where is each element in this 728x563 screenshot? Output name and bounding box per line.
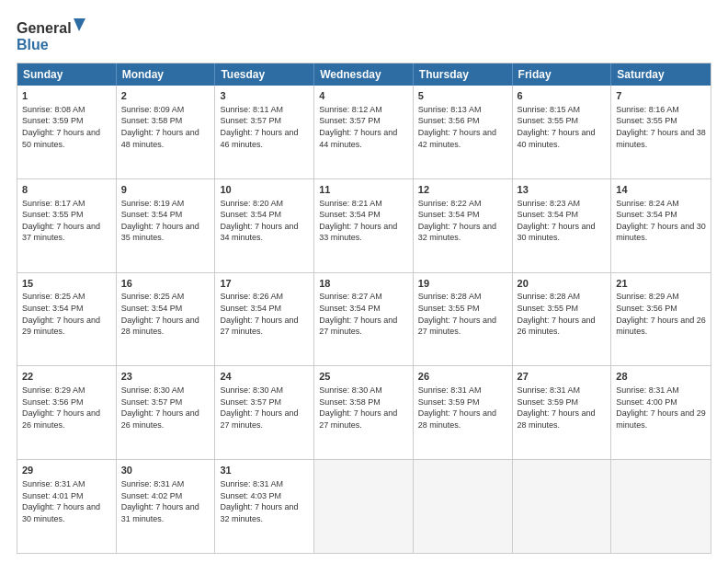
day-info: Sunrise: 8:11 AM Sunset: 3:57 PM Dayligh… bbox=[220, 104, 309, 150]
day-number: 16 bbox=[121, 277, 210, 291]
calendar-cell: 3Sunrise: 8:11 AM Sunset: 3:57 PM Daylig… bbox=[215, 86, 314, 178]
day-info: Sunrise: 8:31 AM Sunset: 4:02 PM Dayligh… bbox=[121, 478, 210, 524]
day-info: Sunrise: 8:27 AM Sunset: 3:54 PM Dayligh… bbox=[319, 291, 408, 337]
weekday-header: Sunday bbox=[17, 63, 117, 86]
weekday-header: Saturday bbox=[611, 63, 711, 86]
day-info: Sunrise: 8:21 AM Sunset: 3:54 PM Dayligh… bbox=[319, 198, 408, 244]
calendar-cell: 20Sunrise: 8:28 AM Sunset: 3:55 PM Dayli… bbox=[513, 273, 612, 366]
day-info: Sunrise: 8:30 AM Sunset: 3:57 PM Dayligh… bbox=[121, 385, 210, 431]
day-info: Sunrise: 8:28 AM Sunset: 3:55 PM Dayligh… bbox=[418, 291, 507, 337]
day-info: Sunrise: 8:31 AM Sunset: 4:03 PM Dayligh… bbox=[220, 478, 309, 524]
calendar-cell: 4Sunrise: 8:12 AM Sunset: 3:57 PM Daylig… bbox=[314, 86, 414, 178]
day-info: Sunrise: 8:30 AM Sunset: 3:58 PM Dayligh… bbox=[319, 385, 408, 431]
day-number: 8 bbox=[22, 183, 111, 197]
day-info: Sunrise: 8:16 AM Sunset: 3:55 PM Dayligh… bbox=[616, 104, 706, 150]
day-info: Sunrise: 8:23 AM Sunset: 3:54 PM Dayligh… bbox=[518, 198, 607, 244]
calendar-row: 29Sunrise: 8:31 AM Sunset: 4:01 PM Dayli… bbox=[17, 460, 711, 553]
day-info: Sunrise: 8:09 AM Sunset: 3:58 PM Dayligh… bbox=[121, 104, 210, 150]
day-number: 22 bbox=[22, 370, 111, 384]
page-header: GeneralBlue bbox=[17, 17, 711, 53]
day-number: 12 bbox=[418, 183, 507, 197]
day-number: 10 bbox=[220, 183, 309, 197]
day-number: 30 bbox=[121, 464, 210, 477]
calendar-row: 22Sunrise: 8:29 AM Sunset: 3:56 PM Dayli… bbox=[17, 366, 711, 460]
calendar-cell: 11Sunrise: 8:21 AM Sunset: 3:54 PM Dayli… bbox=[314, 179, 414, 272]
day-number: 27 bbox=[518, 370, 607, 384]
calendar-cell: 22Sunrise: 8:29 AM Sunset: 3:56 PM Dayli… bbox=[17, 366, 117, 459]
calendar-cell: 6Sunrise: 8:15 AM Sunset: 3:55 PM Daylig… bbox=[513, 86, 612, 178]
generalblue-logo-icon: GeneralBlue bbox=[17, 17, 90, 53]
day-number: 3 bbox=[220, 89, 309, 103]
svg-marker-2 bbox=[74, 18, 85, 31]
day-info: Sunrise: 8:31 AM Sunset: 4:00 PM Dayligh… bbox=[616, 385, 706, 431]
day-number: 26 bbox=[418, 370, 507, 384]
day-number: 5 bbox=[418, 89, 507, 103]
calendar-cell: 18Sunrise: 8:27 AM Sunset: 3:54 PM Dayli… bbox=[314, 273, 414, 366]
weekday-header: Tuesday bbox=[215, 63, 314, 86]
calendar-cell: 12Sunrise: 8:22 AM Sunset: 3:54 PM Dayli… bbox=[414, 179, 513, 272]
calendar-cell: 24Sunrise: 8:30 AM Sunset: 3:57 PM Dayli… bbox=[215, 366, 314, 459]
calendar-cell: 16Sunrise: 8:25 AM Sunset: 3:54 PM Dayli… bbox=[117, 273, 216, 366]
day-info: Sunrise: 8:13 AM Sunset: 3:56 PM Dayligh… bbox=[418, 104, 507, 150]
weekday-header: Thursday bbox=[414, 63, 513, 86]
calendar-cell: 15Sunrise: 8:25 AM Sunset: 3:54 PM Dayli… bbox=[17, 273, 117, 366]
day-info: Sunrise: 8:20 AM Sunset: 3:54 PM Dayligh… bbox=[220, 198, 309, 244]
calendar-cell bbox=[314, 460, 414, 553]
day-number: 13 bbox=[518, 183, 607, 197]
calendar-cell bbox=[414, 460, 513, 553]
day-number: 18 bbox=[319, 277, 408, 291]
calendar-cell: 2Sunrise: 8:09 AM Sunset: 3:58 PM Daylig… bbox=[117, 86, 216, 178]
weekday-header: Monday bbox=[117, 63, 216, 86]
calendar-cell: 30Sunrise: 8:31 AM Sunset: 4:02 PM Dayli… bbox=[117, 460, 216, 553]
day-number: 17 bbox=[220, 277, 309, 291]
day-number: 11 bbox=[319, 183, 408, 197]
calendar-cell: 10Sunrise: 8:20 AM Sunset: 3:54 PM Dayli… bbox=[215, 179, 314, 272]
day-info: Sunrise: 8:22 AM Sunset: 3:54 PM Dayligh… bbox=[418, 198, 507, 244]
day-info: Sunrise: 8:26 AM Sunset: 3:54 PM Dayligh… bbox=[220, 291, 309, 337]
calendar-page: GeneralBlue SundayMondayTuesdayWednesday… bbox=[0, 0, 728, 563]
day-info: Sunrise: 8:08 AM Sunset: 3:59 PM Dayligh… bbox=[22, 104, 111, 150]
calendar-cell: 14Sunrise: 8:24 AM Sunset: 3:54 PM Dayli… bbox=[611, 179, 711, 272]
day-info: Sunrise: 8:12 AM Sunset: 3:57 PM Dayligh… bbox=[319, 104, 408, 150]
calendar-row: 1Sunrise: 8:08 AM Sunset: 3:59 PM Daylig… bbox=[17, 86, 711, 179]
day-info: Sunrise: 8:17 AM Sunset: 3:55 PM Dayligh… bbox=[22, 198, 111, 244]
calendar-cell: 5Sunrise: 8:13 AM Sunset: 3:56 PM Daylig… bbox=[414, 86, 513, 178]
calendar-cell: 28Sunrise: 8:31 AM Sunset: 4:00 PM Dayli… bbox=[611, 366, 711, 459]
day-number: 1 bbox=[22, 89, 111, 103]
svg-text:Blue: Blue bbox=[17, 37, 49, 52]
day-number: 23 bbox=[121, 370, 210, 384]
logo: GeneralBlue bbox=[17, 17, 94, 53]
calendar-cell: 13Sunrise: 8:23 AM Sunset: 3:54 PM Dayli… bbox=[513, 179, 612, 272]
calendar-cell: 27Sunrise: 8:31 AM Sunset: 3:59 PM Dayli… bbox=[513, 366, 612, 459]
day-info: Sunrise: 8:30 AM Sunset: 3:57 PM Dayligh… bbox=[220, 385, 309, 431]
day-number: 15 bbox=[22, 277, 111, 291]
day-info: Sunrise: 8:31 AM Sunset: 3:59 PM Dayligh… bbox=[418, 385, 507, 431]
day-info: Sunrise: 8:24 AM Sunset: 3:54 PM Dayligh… bbox=[616, 198, 706, 244]
day-number: 25 bbox=[319, 370, 408, 384]
day-number: 4 bbox=[319, 89, 408, 103]
day-info: Sunrise: 8:25 AM Sunset: 3:54 PM Dayligh… bbox=[22, 291, 111, 337]
calendar-cell: 29Sunrise: 8:31 AM Sunset: 4:01 PM Dayli… bbox=[17, 460, 117, 553]
calendar-cell: 25Sunrise: 8:30 AM Sunset: 3:58 PM Dayli… bbox=[314, 366, 414, 459]
calendar-cell bbox=[611, 460, 711, 553]
calendar-cell: 17Sunrise: 8:26 AM Sunset: 3:54 PM Dayli… bbox=[215, 273, 314, 366]
day-number: 19 bbox=[418, 277, 507, 291]
day-number: 28 bbox=[616, 370, 706, 384]
day-number: 20 bbox=[518, 277, 607, 291]
day-info: Sunrise: 8:28 AM Sunset: 3:55 PM Dayligh… bbox=[518, 291, 607, 337]
calendar-row: 8Sunrise: 8:17 AM Sunset: 3:55 PM Daylig… bbox=[17, 179, 711, 273]
day-number: 21 bbox=[616, 277, 706, 291]
day-info: Sunrise: 8:31 AM Sunset: 4:01 PM Dayligh… bbox=[22, 478, 111, 524]
day-info: Sunrise: 8:29 AM Sunset: 3:56 PM Dayligh… bbox=[616, 291, 706, 337]
svg-text:General: General bbox=[17, 20, 72, 36]
calendar-cell bbox=[513, 460, 612, 553]
calendar-cell: 31Sunrise: 8:31 AM Sunset: 4:03 PM Dayli… bbox=[215, 460, 314, 553]
weekday-header: Friday bbox=[513, 63, 612, 86]
day-number: 31 bbox=[220, 464, 309, 477]
day-number: 24 bbox=[220, 370, 309, 384]
weekday-header: Wednesday bbox=[314, 63, 414, 86]
day-info: Sunrise: 8:19 AM Sunset: 3:54 PM Dayligh… bbox=[121, 198, 210, 244]
calendar-body: 1Sunrise: 8:08 AM Sunset: 3:59 PM Daylig… bbox=[17, 86, 711, 553]
day-number: 6 bbox=[518, 89, 607, 103]
calendar-cell: 26Sunrise: 8:31 AM Sunset: 3:59 PM Dayli… bbox=[414, 366, 513, 459]
